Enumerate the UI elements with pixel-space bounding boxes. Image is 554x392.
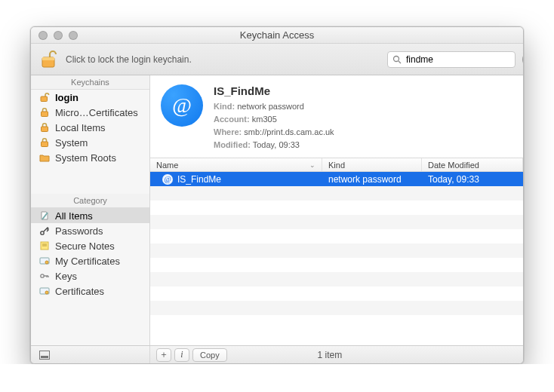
category-list: All ItemsPasswordsSecure NotesMy Certifi… xyxy=(31,208,149,345)
svg-rect-7 xyxy=(42,142,48,147)
where-value: smb://print.ds.cam.ac.uk xyxy=(244,127,334,136)
copy-button[interactable]: Copy xyxy=(192,348,227,362)
table-row xyxy=(150,286,523,301)
category-item-5[interactable]: Certificates xyxy=(31,283,149,299)
search-field[interactable]: ✕ xyxy=(387,51,516,68)
sidebar-item-label: Secure Notes xyxy=(55,240,115,252)
window-controls xyxy=(31,31,78,40)
keychains-header: Keychains xyxy=(31,75,149,90)
row-kind: network password xyxy=(328,174,402,185)
toolbar: Click to lock the login keychain. ✕ xyxy=(31,44,523,75)
category-header: Category xyxy=(31,194,149,208)
my-certificates-icon xyxy=(38,255,51,267)
table-row xyxy=(150,186,523,201)
category-item-4[interactable]: Keys xyxy=(31,268,149,283)
svg-point-16 xyxy=(45,291,48,294)
sidebar-item-label: login xyxy=(55,92,78,103)
add-button[interactable]: ＋ xyxy=(156,348,171,362)
category-item-0[interactable]: All Items xyxy=(31,208,149,223)
column-kind[interactable]: Kind xyxy=(322,158,422,171)
sidebar-item-label: System Roots xyxy=(55,152,116,164)
svg-rect-5 xyxy=(42,112,48,117)
category-item-1[interactable]: Passwords xyxy=(31,223,149,238)
footer: ＋ i Copy 1 item xyxy=(31,345,523,363)
keychain-access-window: Keychain Access Click to lock the login … xyxy=(30,26,524,364)
all-items-icon xyxy=(38,210,51,222)
folder-icon xyxy=(38,152,51,164)
view-toggle-icon[interactable] xyxy=(38,349,51,361)
kind-label: Kind: xyxy=(214,100,235,113)
svg-point-13 xyxy=(45,261,48,264)
table-row[interactable]: @IS_FindMenetwork passwordToday, 09:33 xyxy=(150,172,523,186)
keychains-list: loginMicro…CertificatesLocal ItemsSystem… xyxy=(31,90,149,165)
sidebar-item-label: Keys xyxy=(55,271,77,282)
table-row xyxy=(150,215,523,229)
close-window-button[interactable] xyxy=(38,31,48,40)
table-row xyxy=(150,243,523,258)
sidebar: Keychains loginMicro…CertificatesLocal I… xyxy=(31,75,150,345)
lock-message: Click to lock the login keychain. xyxy=(66,54,381,65)
clear-search-button[interactable]: ✕ xyxy=(522,54,524,65)
column-name[interactable]: Name⌄ xyxy=(150,158,322,171)
sidebar-item-label: System xyxy=(55,137,88,149)
keychain-item-2[interactable]: Local Items xyxy=(31,120,149,135)
column-date[interactable]: Date Modified xyxy=(422,158,523,171)
window-title: Keychain Access xyxy=(31,29,523,41)
sidebar-item-label: Local Items xyxy=(55,122,105,133)
keychain-item-3[interactable]: System xyxy=(31,135,149,150)
sidebar-item-label: Passwords xyxy=(55,225,103,237)
keychain-item-0[interactable]: login xyxy=(31,90,149,105)
keychain-item-4[interactable]: System Roots xyxy=(31,150,149,165)
detail-title: IS_FindMe xyxy=(214,84,334,97)
svg-point-8 xyxy=(41,231,44,234)
sidebar-item-label: Certificates xyxy=(55,286,104,297)
account-label: Account: xyxy=(214,113,250,126)
modified-value: Today, 09:33 xyxy=(253,140,300,149)
lock-icon xyxy=(38,121,51,133)
passwords-icon xyxy=(38,225,51,237)
table-row xyxy=(150,258,523,272)
svg-line-3 xyxy=(399,61,401,63)
svg-rect-6 xyxy=(42,127,48,132)
category-item-3[interactable]: My Certificates xyxy=(31,253,149,268)
svg-point-14 xyxy=(41,274,44,277)
sidebar-item-label: Micro…Certificates xyxy=(55,107,138,118)
account-value: km305 xyxy=(252,115,277,124)
svg-rect-4 xyxy=(41,96,48,102)
table-row xyxy=(150,229,523,243)
info-button[interactable]: i xyxy=(174,348,189,362)
column-headers: Name⌄ Kind Date Modified xyxy=(150,158,523,172)
keychain-item-1[interactable]: Micro…Certificates xyxy=(31,105,149,120)
category-item-2[interactable]: Secure Notes xyxy=(31,238,149,253)
main-panel: @ IS_FindMe Kind: network password Accou… xyxy=(150,75,523,345)
table-row xyxy=(150,301,523,315)
table-row xyxy=(150,201,523,215)
minimize-window-button[interactable] xyxy=(54,31,63,40)
certificates-icon xyxy=(38,285,51,297)
row-name: IS_FindMe xyxy=(177,174,221,185)
row-date: Today, 09:33 xyxy=(428,174,479,185)
modified-label: Modified: xyxy=(214,139,251,152)
lock-open-icon xyxy=(38,91,51,103)
svg-point-2 xyxy=(394,56,399,61)
table-row xyxy=(150,272,523,286)
kind-value: network password xyxy=(237,102,304,111)
sidebar-item-label: My Certificates xyxy=(55,256,120,267)
search-icon xyxy=(391,54,403,66)
zoom-window-button[interactable] xyxy=(69,31,78,40)
lock-icon xyxy=(38,136,51,149)
where-label: Where: xyxy=(214,126,242,139)
sort-indicator-icon: ⌄ xyxy=(309,161,315,169)
search-input[interactable] xyxy=(406,54,519,65)
sidebar-item-label: All Items xyxy=(55,210,93,222)
at-sign-icon: @ xyxy=(161,84,203,127)
item-detail: @ IS_FindMe Kind: network password Accou… xyxy=(150,75,523,158)
svg-rect-1 xyxy=(42,57,54,60)
keys-icon xyxy=(38,270,51,282)
secure-notes-icon xyxy=(38,240,51,252)
lock-icon xyxy=(38,106,51,118)
item-list[interactable]: @IS_FindMenetwork passwordToday, 09:33 xyxy=(150,172,523,345)
titlebar: Keychain Access xyxy=(31,27,523,44)
lock-keychain-icon[interactable] xyxy=(38,47,60,72)
at-sign-icon: @ xyxy=(162,174,173,185)
